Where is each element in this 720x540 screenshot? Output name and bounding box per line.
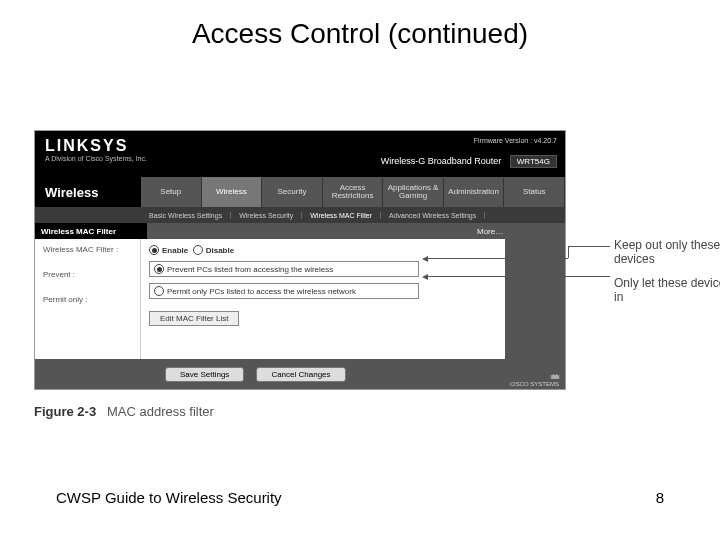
radio-prevent[interactable]: [154, 264, 164, 274]
radio-disable[interactable]: [193, 245, 203, 255]
figure-area: LINKSYS A Division of Cisco Systems, Inc…: [34, 130, 694, 419]
slide-title: Access Control (continued): [0, 18, 720, 50]
figure-caption-text: MAC address filter: [107, 404, 214, 419]
left-labels: Wireless MAC Filter : Prevent : Permit o…: [35, 239, 141, 359]
subtab-basic[interactable]: Basic Wireless Settings: [141, 212, 231, 219]
bottom-bar: Save Settings Cancel Changes ıılıılıı CI…: [35, 359, 565, 389]
tab-applications-gaming[interactable]: Applications & Gaming: [383, 177, 444, 207]
arrow-permit: [428, 276, 610, 277]
tab-status[interactable]: Status: [504, 177, 565, 207]
save-settings-button[interactable]: Save Settings: [165, 367, 244, 382]
callout-only-let: Only let these devices in: [614, 276, 720, 304]
figure-number: Figure 2-3: [34, 404, 96, 419]
prevent-option[interactable]: Prevent PCs listed from accessing the wi…: [149, 261, 419, 277]
product-name: Wireless-G Broadband Router: [381, 156, 502, 166]
prevent-text: Prevent PCs listed from accessing the wi…: [167, 265, 333, 274]
router-header: LINKSYS A Division of Cisco Systems, Inc…: [35, 131, 565, 177]
cancel-changes-button[interactable]: Cancel Changes: [256, 367, 345, 382]
tab-access-restrictions[interactable]: Access Restrictions: [323, 177, 384, 207]
permit-text: Permit only PCs listed to access the wir…: [167, 287, 356, 296]
model-badge: WRT54G: [510, 155, 557, 168]
cisco-logo: ıılıılıı CISCO SYSTEMS: [510, 373, 559, 387]
arrow-prevent: [428, 258, 568, 259]
product-bar: Wireless-G Broadband Router WRT54G: [381, 155, 557, 168]
brand-logo: LINKSYS: [45, 137, 128, 155]
router-screenshot: LINKSYS A Division of Cisco Systems, Inc…: [34, 130, 566, 390]
label-mac-filter: Wireless MAC Filter :: [43, 245, 134, 254]
tab-wireless[interactable]: Wireless: [202, 177, 263, 207]
tab-administration[interactable]: Administration: [444, 177, 505, 207]
footer-left: CWSP Guide to Wireless Security: [56, 489, 282, 506]
subtab-security[interactable]: Wireless Security: [231, 212, 302, 219]
permit-option[interactable]: Permit only PCs listed to access the wir…: [149, 283, 419, 299]
subtab-mac-filter[interactable]: Wireless MAC Filter: [302, 212, 381, 219]
disable-label: Disable: [206, 246, 234, 255]
options-column: Enable Disable Prevent PCs listed from a…: [141, 239, 505, 359]
enable-disable-row: Enable Disable: [149, 245, 497, 255]
label-prevent: Prevent :: [43, 270, 134, 279]
enable-label: Enable: [162, 246, 188, 255]
subtab-advanced[interactable]: Advanced Wireless Settings: [381, 212, 485, 219]
firmware-version: Firmware Version : v4.20.7: [474, 137, 557, 144]
arrow-prevent-v: [568, 246, 569, 258]
section-label: Wireless: [35, 177, 141, 207]
callout-keep-out: Keep out only these devices: [614, 238, 720, 266]
main-tab-row: Wireless Setup Wireless Security Access …: [35, 177, 565, 207]
label-permit: Permit only :: [43, 295, 134, 304]
sub-tab-row: Basic Wireless Settings Wireless Securit…: [35, 207, 565, 223]
panel-body: Wireless MAC Filter : Prevent : Permit o…: [35, 239, 565, 359]
panel-label: Wireless MAC Filter: [35, 223, 147, 239]
panel-header-row: Wireless MAC Filter More…: [35, 223, 565, 239]
figure-caption: Figure 2-3 MAC address filter: [34, 404, 694, 419]
page-number: 8: [656, 489, 664, 506]
more-link[interactable]: More…: [147, 223, 565, 239]
radio-enable[interactable]: [149, 245, 159, 255]
radio-permit[interactable]: [154, 286, 164, 296]
arrow-prevent-h: [568, 246, 610, 247]
brand-subtitle: A Division of Cisco Systems, Inc.: [45, 155, 147, 162]
edit-mac-list-button[interactable]: Edit MAC Filter List: [149, 311, 239, 326]
tab-security[interactable]: Security: [262, 177, 323, 207]
tab-setup[interactable]: Setup: [141, 177, 202, 207]
help-column: [505, 239, 565, 359]
